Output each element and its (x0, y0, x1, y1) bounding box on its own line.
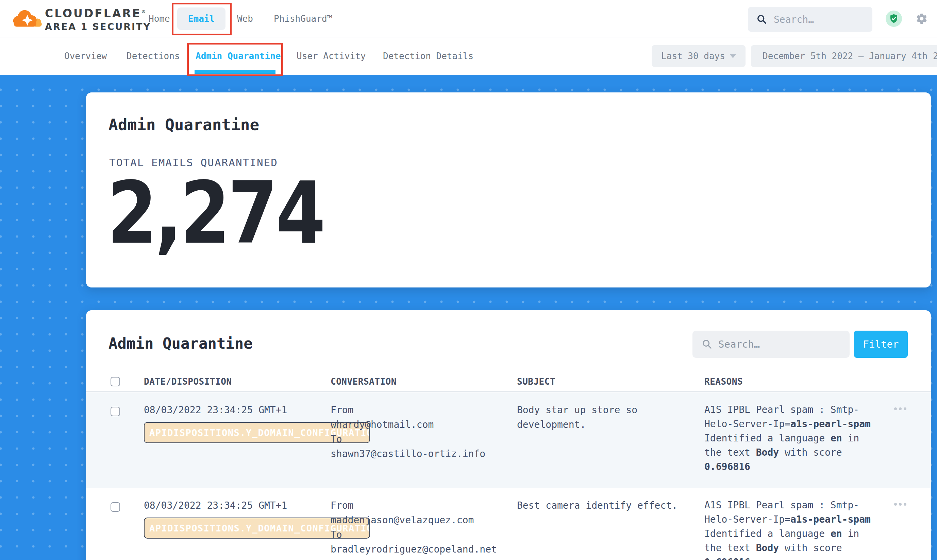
table-header: DATE/DISPOSITION CONVERSATION SUBJECT RE… (86, 372, 931, 392)
registered-mark: ® (141, 9, 147, 14)
table-search-input[interactable] (713, 338, 850, 350)
row-checkbox[interactable] (111, 502, 120, 512)
table-row: 08/03/2022 23:34:25 GMT+1 APIDISPOSITION… (86, 392, 931, 488)
from-address[interactable]: maddenjason@velazquez.com (330, 513, 517, 528)
nav-item-web[interactable]: Web (237, 0, 253, 37)
to-address[interactable]: shawn37@castillo-ortiz.info (330, 446, 517, 461)
brand-name: CLOUDFLARE® (45, 7, 151, 20)
row-date: 08/03/2022 23:34:25 GMT+1 (144, 403, 330, 417)
protection-status-badge[interactable] (886, 11, 902, 27)
metric-value: 2,274 (107, 174, 323, 252)
time-range-dropdown[interactable]: Last 30 days (651, 45, 746, 67)
summary-card: Admin Quarantine TOTAL EMAILS QUARANTINE… (86, 92, 931, 288)
column-header-conversation[interactable]: CONVERSATION (330, 377, 517, 387)
global-search (748, 7, 872, 32)
table-body: 08/03/2022 23:34:25 GMT+1 APIDISPOSITION… (86, 392, 931, 560)
to-label: To (330, 528, 517, 542)
row-actions-button[interactable] (894, 408, 931, 410)
search-icon (756, 14, 768, 25)
cloudflare-logo-icon (10, 6, 43, 30)
shield-check-icon (888, 13, 899, 24)
quarantine-table-card: Admin Quarantine Filter DATE/DISPOSITION… (86, 310, 931, 560)
page: CLOUDFLARE® AREA 1 SECURITY Home Email W… (0, 0, 937, 560)
row-conversation: From maddenjason@velazquez.com To bradle… (330, 498, 517, 557)
tab-user-activity[interactable]: User Activity (296, 37, 366, 75)
row-subject: Body star up store so development. (517, 403, 704, 432)
brand-text: CLOUDFLARE® AREA 1 SECURITY (45, 7, 151, 32)
row-reasons: A1S IPBL Pearl spam : Smtp-Helo-Server-I… (704, 403, 874, 474)
table-card-title: Admin Quarantine (108, 335, 253, 352)
nav-item-home[interactable]: Home (149, 0, 170, 37)
annotation-box-email (172, 3, 232, 35)
row-checkbox[interactable] (111, 407, 120, 416)
filter-button[interactable]: Filter (854, 331, 908, 358)
select-all-checkbox[interactable] (111, 377, 120, 386)
brand-subtitle: AREA 1 SECURITY (45, 22, 151, 32)
column-header-reasons[interactable]: REASONS (704, 377, 874, 387)
tab-overview[interactable]: Overview (64, 37, 107, 75)
from-label: From (330, 498, 517, 513)
sub-navbar: Overview Detections Admin Quarantine Use… (0, 37, 937, 75)
row-date: 08/03/2022 23:34:25 GMT+1 (144, 498, 330, 513)
row-reasons: A1S IPBL Pearl spam : Smtp-Helo-Server-I… (704, 498, 874, 560)
to-address[interactable]: bradleyrodriguez@copeland.net (330, 542, 517, 557)
annotation-box-admin-quarantine (187, 43, 283, 76)
row-conversation: From whardy@hotmail.com To shawn37@casti… (330, 403, 517, 461)
nav-item-phishguard[interactable]: PhishGuard™ (274, 0, 332, 37)
chevron-down-icon (730, 54, 736, 58)
top-navbar: CLOUDFLARE® AREA 1 SECURITY Home Email W… (0, 0, 937, 37)
tab-detections[interactable]: Detections (127, 37, 180, 75)
settings-gear-icon[interactable] (915, 12, 928, 25)
from-label: From (330, 403, 517, 417)
date-range-field[interactable]: December 5th 2022 — January 4th 2023 (751, 45, 937, 67)
row-subject: Best camera identify effect. (517, 498, 704, 513)
table-row: 08/03/2022 23:34:25 GMT+1 APIDISPOSITION… (86, 488, 931, 560)
to-label: To (330, 432, 517, 446)
column-header-date[interactable]: DATE/DISPOSITION (144, 377, 330, 387)
global-search-input[interactable] (768, 14, 872, 25)
column-header-subject[interactable]: SUBJECT (517, 377, 704, 387)
summary-card-title: Admin Quarantine (108, 115, 259, 134)
table-search (693, 331, 850, 358)
from-address[interactable]: whardy@hotmail.com (330, 417, 517, 432)
tab-detection-details[interactable]: Detection Details (383, 37, 474, 75)
content-background: Admin Quarantine TOTAL EMAILS QUARANTINE… (0, 75, 937, 560)
time-range-label: Last 30 days (661, 51, 725, 61)
search-icon (701, 338, 713, 350)
row-actions-button[interactable] (894, 503, 931, 506)
